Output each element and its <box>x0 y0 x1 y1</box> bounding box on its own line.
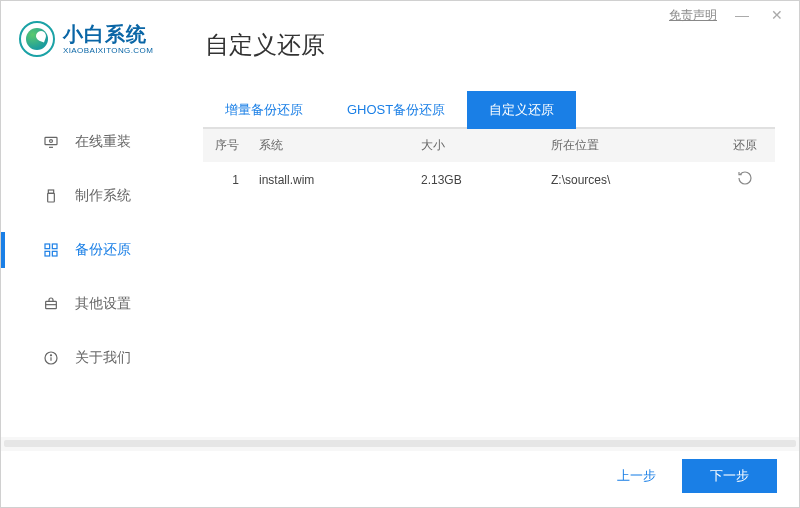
svg-rect-7 <box>45 251 50 256</box>
grid-icon <box>43 242 59 258</box>
cell-location: Z:\sources\ <box>545 165 715 195</box>
sidebar-item-online-reinstall[interactable]: 在线重装 <box>1 115 191 169</box>
svg-rect-8 <box>52 251 57 256</box>
main-content: 自定义还原 增量备份还原 GHOST备份还原 自定义还原 序号 系统 大小 所在… <box>191 1 799 507</box>
sidebar-item-make-system[interactable]: 制作系统 <box>1 169 191 223</box>
sidebar-item-other-settings[interactable]: 其他设置 <box>1 277 191 331</box>
sidebar-item-label: 其他设置 <box>75 295 131 313</box>
restore-icon[interactable] <box>737 175 753 189</box>
logo-icon <box>19 21 55 57</box>
brand-title: 小白系统 <box>63 24 153 44</box>
svg-point-1 <box>50 140 53 143</box>
tab-incremental-backup-restore[interactable]: 增量备份还原 <box>203 91 325 129</box>
col-header-restore: 还原 <box>715 129 775 162</box>
monitor-icon <box>43 134 59 150</box>
col-header-index: 序号 <box>203 129 253 162</box>
table-row[interactable]: 1 install.wim 2.13GB Z:\sources\ <box>203 162 775 197</box>
sidebar-item-label: 在线重装 <box>75 133 131 151</box>
tab-bar: 增量备份还原 GHOST备份还原 自定义还原 <box>203 91 775 129</box>
sidebar-item-label: 关于我们 <box>75 349 131 367</box>
svg-rect-5 <box>45 244 50 249</box>
page-title: 自定义还原 <box>203 29 775 61</box>
toolbox-icon <box>43 296 59 312</box>
minimize-icon[interactable]: — <box>731 5 753 25</box>
sidebar: 小白系统 XIAOBAIXITONG.COM 在线重装 制作系统 备份还原 <box>1 1 191 507</box>
logo: 小白系统 XIAOBAIXITONG.COM <box>1 1 191 85</box>
tab-custom-restore[interactable]: 自定义还原 <box>467 91 576 129</box>
next-button[interactable]: 下一步 <box>682 459 777 493</box>
svg-rect-0 <box>45 137 57 144</box>
brand-subtitle: XIAOBAIXITONG.COM <box>63 46 153 55</box>
svg-rect-6 <box>52 244 57 249</box>
previous-button[interactable]: 上一步 <box>617 467 656 485</box>
tab-ghost-backup-restore[interactable]: GHOST备份还原 <box>325 91 467 129</box>
horizontal-scrollbar[interactable] <box>1 437 799 451</box>
info-icon <box>43 350 59 366</box>
col-header-system: 系统 <box>253 129 415 162</box>
svg-point-13 <box>50 355 51 356</box>
col-header-size: 大小 <box>415 129 545 162</box>
sidebar-item-about[interactable]: 关于我们 <box>1 331 191 385</box>
close-icon[interactable]: ✕ <box>767 5 787 25</box>
sidebar-item-label: 备份还原 <box>75 241 131 259</box>
cell-size: 2.13GB <box>415 165 545 195</box>
svg-rect-4 <box>48 193 55 202</box>
cell-system: install.wim <box>253 165 415 195</box>
cell-index: 1 <box>203 165 253 195</box>
table-header: 序号 系统 大小 所在位置 还原 <box>203 129 775 162</box>
disclaimer-link[interactable]: 免责声明 <box>669 7 717 24</box>
usb-icon <box>43 188 59 204</box>
sidebar-item-backup-restore[interactable]: 备份还原 <box>1 223 191 277</box>
restore-table: 序号 系统 大小 所在位置 还原 1 install.wim 2.13GB Z:… <box>203 129 775 197</box>
sidebar-item-label: 制作系统 <box>75 187 131 205</box>
col-header-location: 所在位置 <box>545 129 715 162</box>
